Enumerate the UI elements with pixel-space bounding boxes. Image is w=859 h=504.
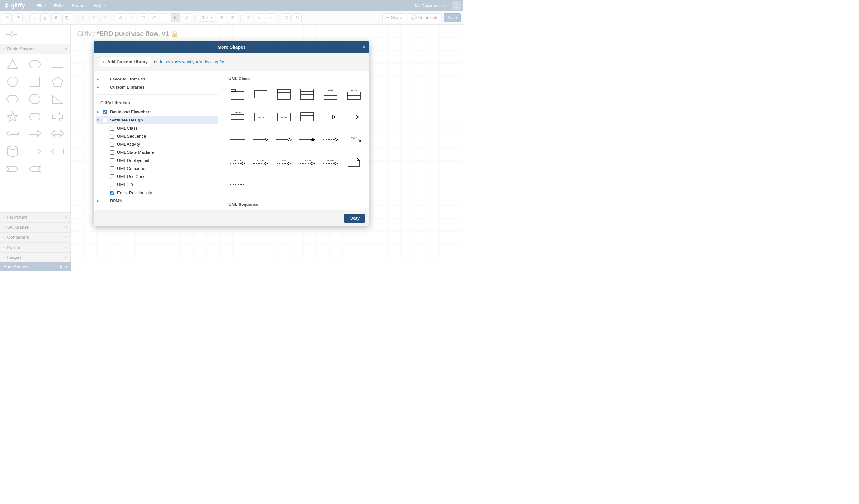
shape-open-arrow[interactable] bbox=[321, 110, 340, 124]
shape-circle[interactable] bbox=[5, 75, 20, 88]
tree-entity-relationship[interactable]: Entity-Relationship bbox=[96, 189, 218, 197]
tree-uml-component[interactable]: UML Component bbox=[96, 164, 218, 173]
shape-import-arrow[interactable]: << i >> bbox=[298, 155, 316, 170]
menu-share[interactable]: Share▾ bbox=[68, 1, 90, 10]
shape-access-arrow[interactable]: <<a>> bbox=[275, 155, 293, 170]
shape-chevron-left[interactable] bbox=[27, 162, 43, 175]
tree-uml-usecase[interactable]: UML Use Case bbox=[96, 173, 218, 180]
ellipse-tool[interactable] bbox=[127, 13, 136, 22]
close-icon[interactable]: × bbox=[64, 215, 67, 220]
menu-file[interactable]: File▾ bbox=[33, 1, 50, 10]
tree-uml-deployment[interactable]: UML Deployment bbox=[96, 156, 218, 164]
group-button[interactable] bbox=[29, 13, 39, 22]
close-icon[interactable]: × bbox=[64, 225, 67, 230]
shape-package[interactable] bbox=[228, 87, 246, 102]
shape-star[interactable] bbox=[5, 110, 20, 123]
ungroup-button[interactable] bbox=[41, 13, 49, 22]
rect-tool[interactable] bbox=[138, 13, 147, 22]
shape-bind-arrow[interactable]: <<b>> bbox=[228, 155, 246, 170]
shape-dashed-arrow[interactable] bbox=[321, 132, 340, 147]
shape-merge-arrow[interactable]: <<m>> bbox=[321, 155, 340, 170]
panel-swimlanes[interactable]: ≡Swimlanes× bbox=[0, 222, 70, 232]
shape-primitive[interactable]: <<p>> bbox=[252, 110, 270, 124]
grid-button[interactable] bbox=[255, 13, 264, 22]
tree-uml-state[interactable]: UML State Machine bbox=[96, 148, 218, 156]
shape-simple-rect[interactable] bbox=[252, 87, 270, 102]
panel-basic-shapes[interactable]: ≡Basic Shapes × bbox=[0, 44, 70, 54]
tree-uml-10[interactable]: UML 1.0 bbox=[96, 180, 218, 189]
shape-interface[interactable]: <<i>> bbox=[321, 87, 340, 102]
shape-arrow[interactable] bbox=[252, 132, 270, 147]
bring-front-button[interactable] bbox=[51, 13, 60, 22]
guides-button[interactable] bbox=[266, 13, 275, 22]
shape-enum[interactable]: <<e>> bbox=[345, 87, 363, 102]
panel-forms[interactable]: ≡Forms× bbox=[0, 242, 70, 252]
shape-right-triangle[interactable] bbox=[50, 93, 65, 106]
shape-dashed-open-arrow[interactable] bbox=[345, 110, 363, 124]
note-button[interactable] bbox=[89, 13, 98, 22]
shape-class-3[interactable] bbox=[275, 87, 293, 102]
shape-signal[interactable]: <<s>> bbox=[275, 110, 293, 124]
zoom-in-button[interactable]: ⊕ bbox=[217, 13, 226, 22]
connector-style-icon[interactable] bbox=[0, 25, 70, 44]
zoom-out-button[interactable]: ⊖ bbox=[228, 13, 237, 22]
panel-containers[interactable]: ≡Containers× bbox=[0, 232, 70, 242]
comments-button[interactable]: 💬 Comments bbox=[408, 13, 442, 22]
zoom-select[interactable]: 75%▾ bbox=[198, 14, 215, 22]
text-tool[interactable]: A bbox=[116, 13, 125, 22]
shape-tag-right[interactable] bbox=[27, 145, 43, 158]
undo-button[interactable]: ↶ bbox=[3, 13, 12, 22]
shape-datatype[interactable]: <<dt>> bbox=[228, 110, 246, 124]
shape-header-rect[interactable] bbox=[298, 110, 316, 124]
tree-uml-activity[interactable]: UML Activity bbox=[96, 140, 218, 148]
tree-favorite-libraries[interactable]: ▶Favorite Libraries bbox=[96, 75, 218, 83]
close-icon[interactable]: × bbox=[64, 255, 67, 260]
shape-use-arrow[interactable]: <<u>> bbox=[345, 132, 363, 147]
menu-help[interactable]: Help▾ bbox=[90, 1, 109, 10]
share-button[interactable]: ↪ Share bbox=[382, 13, 406, 22]
shape-square[interactable] bbox=[27, 75, 43, 88]
feedback-link[interactable]: let us know what you're looking for bbox=[160, 60, 224, 64]
theme-button[interactable] bbox=[282, 13, 291, 22]
snap-button[interactable]: ✛ bbox=[244, 13, 253, 22]
modal-close-button[interactable]: × bbox=[363, 44, 365, 50]
okay-button[interactable]: Okay bbox=[344, 214, 365, 223]
shape-diamond-filled[interactable] bbox=[298, 132, 316, 147]
shape-rounded-rect[interactable] bbox=[27, 110, 43, 123]
clear-button[interactable]: ✎ bbox=[100, 13, 109, 22]
shape-class-4[interactable] bbox=[298, 87, 316, 102]
shape-ellipse[interactable] bbox=[27, 58, 43, 71]
pointer-tool[interactable] bbox=[171, 13, 180, 22]
collapse-icon[interactable]: ⇕ bbox=[59, 264, 63, 269]
shape-triangle[interactable] bbox=[5, 58, 20, 71]
shape-arrow-left[interactable] bbox=[5, 128, 20, 141]
tree-software-design[interactable]: ▼Software Design bbox=[96, 116, 218, 124]
line-tool[interactable] bbox=[160, 13, 169, 22]
basic-checkbox[interactable] bbox=[103, 110, 107, 114]
panel-flowchart[interactable]: ≡Flowchart× bbox=[0, 212, 70, 222]
tree-bpmn[interactable]: ▶BPMN bbox=[96, 197, 218, 205]
layers-button[interactable] bbox=[293, 13, 302, 22]
custom-checkbox[interactable] bbox=[103, 85, 107, 90]
shape-tag-left[interactable] bbox=[50, 145, 65, 158]
shape-permit-arrow[interactable]: <<p>> bbox=[252, 155, 270, 170]
tree-uml-sequence[interactable]: UML Sequence bbox=[96, 132, 218, 140]
connector-tool[interactable] bbox=[149, 13, 158, 22]
redo-button[interactable]: ↷ bbox=[14, 13, 22, 22]
bpmn-checkbox[interactable] bbox=[103, 199, 107, 203]
shape-arrow-both[interactable] bbox=[50, 128, 65, 141]
tree-custom-libraries[interactable]: ▶Custom Libraries bbox=[96, 83, 218, 91]
close-icon[interactable]: × bbox=[64, 47, 67, 51]
shape-plus[interactable] bbox=[50, 110, 65, 123]
tree-uml-class[interactable]: UML Class bbox=[96, 124, 218, 132]
my-documents-link[interactable]: My Documents▾ bbox=[411, 1, 450, 10]
shape-arrow-right[interactable] bbox=[27, 128, 43, 141]
shape-hexagon[interactable] bbox=[5, 93, 20, 106]
shape-rectangle[interactable] bbox=[50, 58, 65, 71]
save-button[interactable]: Save bbox=[444, 13, 461, 22]
panel-images[interactable]: ≡Images× bbox=[0, 252, 70, 262]
shape-octagon[interactable] bbox=[27, 93, 43, 106]
pan-tool[interactable] bbox=[182, 13, 191, 22]
menu-edit[interactable]: Edit▾ bbox=[50, 1, 68, 10]
user-avatar[interactable] bbox=[452, 1, 461, 10]
